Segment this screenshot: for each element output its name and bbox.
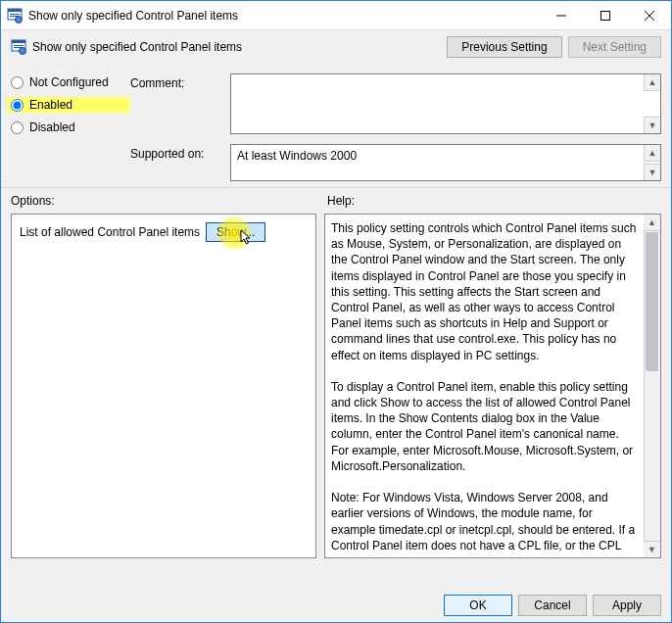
radio-disabled-label: Disabled [29, 120, 75, 134]
scroll-down-icon[interactable]: ▼ [644, 117, 660, 133]
window-title: Show only specified Control Panel items [28, 9, 539, 23]
ok-button[interactable]: OK [444, 595, 512, 616]
supported-on-text: At least Windows 2000 ▲ ▼ [230, 144, 661, 181]
section-labels: Options: Help: [1, 188, 671, 210]
apply-button[interactable]: Apply [593, 595, 661, 616]
show-button[interactable]: Show... [206, 222, 265, 242]
minimize-button[interactable] [539, 1, 583, 29]
gpedit-icon [7, 8, 23, 24]
options-heading: Options: [11, 194, 327, 208]
cancel-button[interactable]: Cancel [518, 595, 587, 616]
policy-icon [11, 39, 26, 55]
gpedit-policy-dialog: Show only specified Control Panel items [0, 0, 672, 623]
svg-rect-6 [600, 11, 609, 20]
comment-textarea[interactable]: ▲ ▼ [230, 73, 661, 134]
svg-rect-11 [14, 45, 24, 46]
help-heading: Help: [327, 194, 355, 208]
scroll-up-icon[interactable]: ▲ [644, 74, 660, 91]
options-pane: List of allowed Control Panel items Show… [11, 214, 316, 558]
supported-label: Supported on: [130, 144, 224, 161]
maximize-button[interactable] [583, 1, 627, 29]
main-panes: List of allowed Control Panel items Show… [1, 210, 671, 558]
radio-not-configured-input[interactable] [11, 76, 24, 89]
previous-setting-button[interactable]: Previous Setting [447, 36, 561, 58]
radio-not-configured[interactable]: Not Configured [11, 75, 130, 89]
svg-rect-2 [10, 14, 20, 15]
scroll-down-icon[interactable]: ▼ [644, 541, 660, 557]
svg-point-4 [16, 16, 23, 23]
show-button-label: Show... [216, 225, 255, 239]
dialog-buttons: OK Cancel Apply [444, 595, 661, 616]
comment-label: Comment: [130, 73, 224, 90]
scrollbar-thumb[interactable] [646, 232, 658, 371]
radio-enabled-input[interactable] [11, 99, 24, 112]
window-controls [539, 1, 671, 29]
help-text: This policy setting controls which Contr… [331, 220, 654, 551]
help-pane: This policy setting controls which Contr… [324, 214, 661, 558]
policy-state-section: Not Configured Enabled Disabled Comment:… [1, 64, 671, 188]
scroll-up-icon[interactable]: ▲ [644, 145, 660, 162]
radio-disabled[interactable]: Disabled [11, 120, 130, 134]
option-row-list: List of allowed Control Panel items Show… [20, 222, 308, 242]
dialog-header: Show only specified Control Panel items … [1, 30, 671, 64]
radio-not-configured-label: Not Configured [29, 75, 109, 89]
supported-value: At least Windows 2000 [237, 149, 357, 163]
radio-disabled-input[interactable] [11, 121, 24, 134]
state-radio-group: Not Configured Enabled Disabled [11, 73, 130, 181]
close-button[interactable] [627, 1, 671, 29]
svg-rect-10 [12, 40, 25, 43]
title-bar: Show only specified Control Panel items [1, 1, 671, 30]
policy-title: Show only specified Control Panel items [32, 40, 447, 54]
scroll-up-icon[interactable]: ▲ [644, 215, 660, 231]
radio-enabled[interactable]: Enabled [7, 97, 130, 113]
help-scrollbar[interactable]: ▲ ▼ [644, 215, 660, 557]
radio-enabled-label: Enabled [29, 98, 72, 112]
svg-point-13 [20, 48, 26, 55]
svg-rect-1 [8, 9, 22, 12]
option-list-label: List of allowed Control Panel items [20, 225, 200, 239]
scroll-down-icon[interactable]: ▼ [644, 164, 660, 180]
next-setting-button[interactable]: Next Setting [568, 36, 661, 58]
